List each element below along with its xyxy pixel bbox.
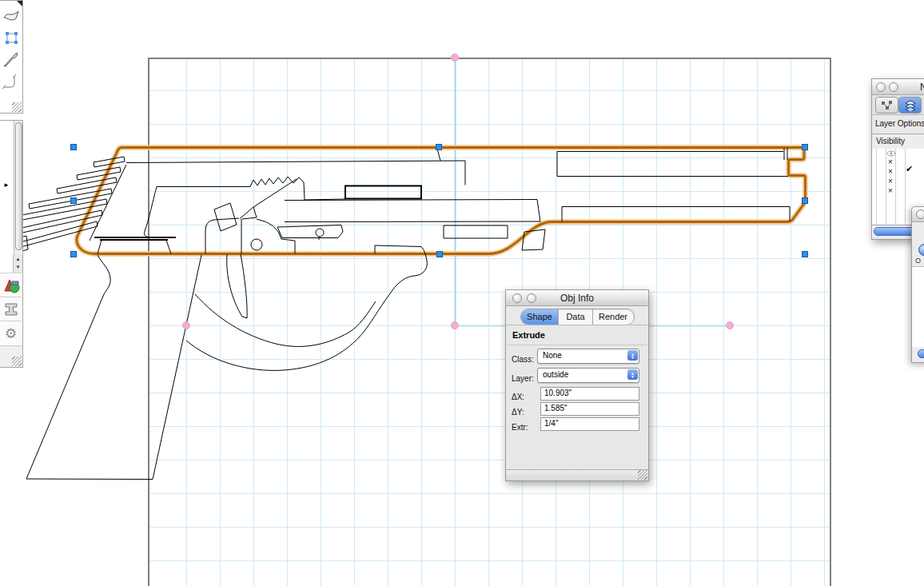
window-title: N	[920, 82, 924, 93]
delta-y-field[interactable]: 1.585"	[540, 402, 639, 416]
extr-row: Extr: 1/4"	[512, 419, 528, 433]
side-palette-label: O	[915, 257, 921, 265]
eye-icon	[886, 150, 896, 157]
delta-x-field[interactable]: 10.903"	[540, 387, 639, 401]
scrollbar-arrows[interactable]: ▲ ▼	[13, 255, 22, 273]
visibility-x[interactable]: ×	[886, 167, 895, 176]
loft-surface-icon[interactable]	[2, 6, 21, 25]
close-button[interactable]	[876, 82, 886, 92]
tool-list-scrollbar[interactable]	[14, 121, 22, 255]
obj-info-tabs: Shape Data Render	[520, 309, 635, 325]
layers-tab[interactable]	[898, 97, 922, 114]
fillet-icon[interactable]	[2, 73, 21, 92]
scroll-down-icon[interactable]: ▼	[14, 263, 22, 271]
close-button[interactable]	[916, 209, 924, 219]
obj-info-footer	[506, 469, 648, 480]
solids-3d-icon[interactable]	[0, 273, 22, 297]
obj-info-titlebar[interactable]: Obj Info	[506, 290, 648, 306]
gun-linework	[0, 148, 790, 480]
tool-palette-bottom: ► ▲ ▼ ⚙	[0, 120, 23, 368]
navigation-tabs	[872, 95, 924, 115]
palette-footer	[0, 345, 22, 367]
navigation-titlebar[interactable]: N	[872, 79, 924, 95]
network-icon	[881, 100, 894, 111]
side-palette: O	[911, 206, 924, 363]
palette-resize-grip[interactable]	[12, 102, 22, 112]
delta-x-row: ΔX: 10.903"	[512, 389, 524, 403]
delta-y-row: ΔY: 1.585"	[512, 404, 524, 418]
layers-icon	[904, 100, 917, 111]
visibility-header[interactable]: Visibility	[872, 134, 924, 149]
reshape-2d-icon[interactable]	[2, 28, 21, 47]
classes-tab[interactable]	[875, 97, 898, 114]
palette-resize-grip[interactable]	[12, 357, 22, 366]
active-layer-check[interactable]: ✔	[906, 164, 913, 174]
tool-palette-top	[0, 0, 23, 114]
locus-points[interactable]	[183, 54, 734, 329]
gun-selected-outline[interactable]	[77, 148, 806, 254]
extr-label: Extr:	[512, 423, 528, 432]
guide-lines[interactable]	[456, 58, 731, 326]
visibility-x[interactable]: ×	[886, 186, 895, 195]
obj-info-window: Obj Info Shape Data Render Extrude Class…	[505, 289, 649, 481]
window-resize-grip[interactable]	[638, 470, 647, 480]
visibility-x[interactable]: ×	[886, 157, 895, 166]
obj-info-body: Extrude Class: None ▲▼ Layer: outside ▲▼…	[507, 325, 647, 469]
class-row: Class: None ▲▼	[512, 351, 534, 365]
object-type-label: Extrude	[512, 330, 545, 340]
blue-orb-icon[interactable]	[918, 244, 924, 256]
ibeam-icon[interactable]	[0, 297, 22, 321]
tab-shape[interactable]: Shape	[521, 309, 559, 325]
tool-list-arrow-icon[interactable]: ►	[3, 181, 10, 189]
stepper-icon[interactable]: ▲▼	[627, 369, 638, 380]
tool-list[interactable]: ►	[0, 121, 14, 257]
canvas-artwork	[0, 0, 924, 586]
layer-options-label[interactable]: Layer Options	[875, 119, 924, 128]
layer-row: Layer: outside ▲▼	[512, 370, 534, 385]
class-dropdown[interactable]: None ▲▼	[537, 349, 639, 364]
side-palette-titlebar[interactable]	[912, 207, 924, 222]
scrollbar-thumb[interactable]	[918, 349, 924, 358]
layer-label: Layer:	[512, 374, 534, 383]
window-title: Obj Info	[506, 293, 648, 304]
delta-y-label: ΔY:	[512, 408, 524, 417]
delta-x-label: ΔX:	[512, 393, 524, 401]
class-label: Class:	[512, 355, 534, 364]
tab-data[interactable]: Data	[559, 309, 593, 325]
stepper-icon[interactable]: ▲▼	[627, 350, 638, 361]
scrollbar-thumb[interactable]	[15, 122, 22, 250]
extr-field[interactable]: 1/4"	[540, 417, 639, 431]
tab-render[interactable]: Render	[593, 309, 633, 325]
knife-icon[interactable]	[2, 50, 21, 70]
minimize-button[interactable]	[889, 82, 898, 92]
layer-dropdown[interactable]: outside ▲▼	[537, 368, 639, 383]
gears-icon[interactable]: ⚙	[0, 321, 22, 345]
scroll-up-icon[interactable]: ▲	[14, 255, 22, 263]
side-palette-body[interactable]	[912, 266, 924, 347]
visibility-x[interactable]: ×	[886, 177, 895, 185]
